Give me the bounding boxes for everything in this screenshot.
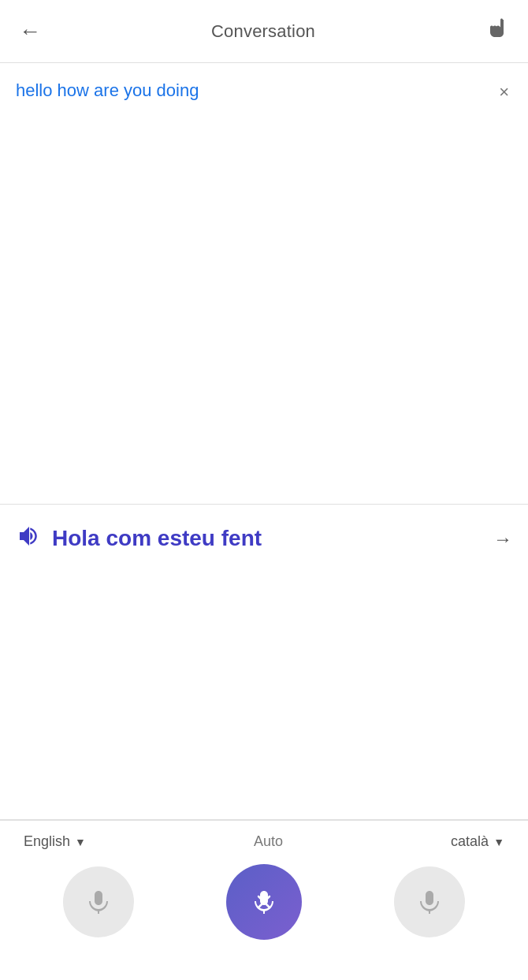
back-button[interactable]: ← [13,13,47,50]
footer: English ▼ Auto català ▼ [0,820,528,980]
speaker-icon[interactable] [16,524,41,554]
translation-row: Hola com esteu fent → [16,524,512,554]
clear-button[interactable]: × [496,79,512,106]
hand-icon[interactable] [479,10,515,52]
translated-text: Hola com esteu fent [52,524,482,553]
translation-arrow[interactable]: → [493,528,512,550]
source-section: hello how are you doing × [0,63,528,505]
target-mic-button[interactable] [394,866,465,937]
auto-label: Auto [254,833,283,850]
header: ← Conversation [0,0,528,63]
translation-section: Hola com esteu fent → [0,505,528,820]
page-title: Conversation [211,21,315,42]
target-language-dropdown-icon: ▼ [493,836,504,848]
center-mic-button[interactable] [226,864,302,940]
source-mic-button[interactable] [63,866,134,937]
mic-row [0,864,528,940]
language-bar: English ▼ Auto català ▼ [0,833,528,850]
source-language-dropdown-icon: ▼ [75,836,86,848]
source-language-selector[interactable]: English ▼ [24,833,86,850]
target-language-selector[interactable]: català ▼ [451,833,504,850]
source-text: hello how are you doing [16,80,238,100]
source-language-label: English [24,833,70,850]
target-language-label: català [451,833,489,850]
